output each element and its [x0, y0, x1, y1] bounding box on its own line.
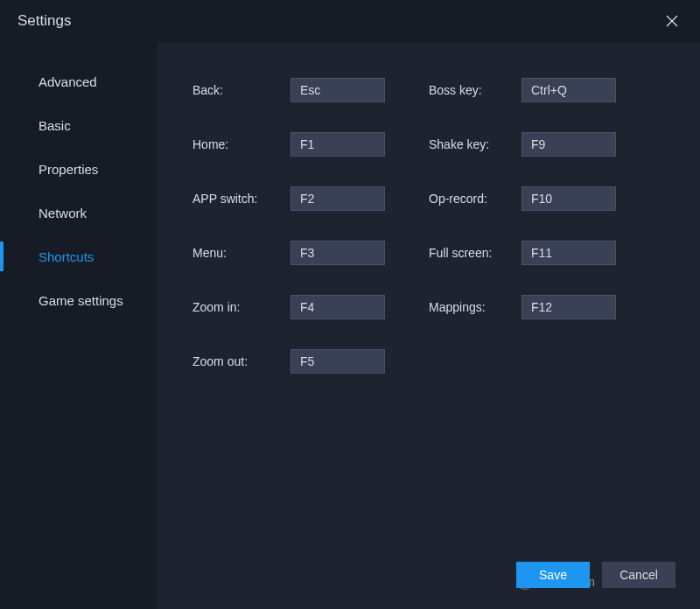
shortcut-input-zoom-in[interactable]	[290, 295, 385, 319]
sidebar-item-network[interactable]: Network	[0, 191, 158, 234]
sidebar-item-label: Network	[38, 206, 87, 220]
main-panel: Back: Home: APP switch: Menu:	[158, 42, 700, 609]
field-label: Zoom in:	[192, 300, 290, 314]
shortcuts-left-column: Back: Home: APP switch: Menu:	[192, 77, 385, 374]
cancel-button[interactable]: Cancel	[602, 562, 676, 588]
field-full-screen: Full screen:	[429, 240, 616, 266]
field-home: Home:	[192, 131, 385, 158]
sidebar-item-label: Properties	[38, 162, 98, 177]
field-op-record: Op-record:	[429, 186, 616, 212]
shortcut-input-full-screen[interactable]	[522, 241, 616, 265]
field-app-switch: APP switch:	[192, 186, 385, 212]
sidebar-item-label: Game settings	[38, 293, 123, 308]
shortcut-input-zoom-out[interactable]	[290, 349, 385, 374]
field-mappings: Mappings:	[429, 294, 616, 320]
field-label: Shake key:	[429, 137, 522, 151]
field-label: Zoom out:	[192, 354, 290, 368]
shortcut-input-boss-key[interactable]	[522, 78, 616, 102]
close-icon[interactable]	[662, 10, 682, 32]
field-label: Boss key:	[429, 83, 522, 97]
field-shake-key: Shake key:	[429, 131, 616, 158]
settings-window: Settings Advanced Basic Properties Netwo…	[0, 0, 700, 609]
field-label: Home:	[192, 137, 290, 151]
shortcuts-right-column: Boss key: Shake key: Op-record: Full scr…	[429, 77, 616, 374]
field-zoom-in: Zoom in:	[192, 294, 385, 320]
footer-buttons: Save Cancel	[516, 562, 676, 588]
sidebar-item-label: Shortcuts	[38, 249, 94, 264]
field-label: APP switch:	[192, 192, 290, 206]
window-body: Advanced Basic Properties Network Shortc…	[0, 42, 700, 609]
shortcut-input-mappings[interactable]	[522, 295, 616, 319]
sidebar-item-shortcuts[interactable]: Shortcuts	[0, 234, 158, 278]
titlebar: Settings	[0, 0, 700, 42]
shortcuts-grid: Back: Home: APP switch: Menu:	[192, 77, 682, 374]
field-back: Back:	[192, 77, 385, 103]
field-menu: Menu:	[192, 240, 385, 266]
sidebar-item-advanced[interactable]: Advanced	[0, 60, 158, 103]
shortcut-input-app-switch[interactable]	[290, 186, 385, 211]
field-label: Mappings:	[429, 300, 522, 314]
shortcut-input-back[interactable]	[290, 78, 385, 102]
field-label: Back:	[192, 83, 290, 97]
save-button[interactable]: Save	[516, 562, 590, 588]
sidebar: Advanced Basic Properties Network Shortc…	[0, 42, 158, 609]
sidebar-item-basic[interactable]: Basic	[0, 103, 158, 147]
shortcut-input-menu[interactable]	[290, 241, 385, 265]
field-label: Op-record:	[429, 192, 522, 206]
sidebar-item-label: Basic	[38, 118, 71, 133]
field-zoom-out: Zoom out:	[192, 348, 385, 374]
field-boss-key: Boss key:	[429, 77, 616, 103]
field-label: Menu:	[192, 246, 290, 260]
shortcut-input-home[interactable]	[290, 132, 385, 157]
shortcut-input-shake-key[interactable]	[522, 132, 616, 157]
shortcut-input-op-record[interactable]	[522, 186, 616, 211]
sidebar-item-label: Advanced	[38, 74, 97, 89]
sidebar-item-game-settings[interactable]: Game settings	[0, 278, 158, 322]
field-label: Full screen:	[429, 246, 522, 260]
window-title: Settings	[18, 12, 71, 30]
sidebar-item-properties[interactable]: Properties	[0, 147, 158, 191]
